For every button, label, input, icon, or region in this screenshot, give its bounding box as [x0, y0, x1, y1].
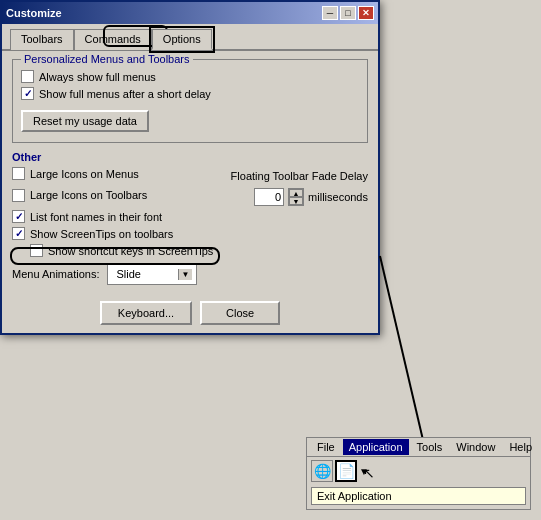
show-screentips-label: Show ScreenTips on toolbars — [30, 228, 173, 240]
dialog-title: Customize — [6, 7, 62, 19]
personalized-group-content: Always show full menus Show full menus a… — [21, 70, 359, 134]
menu-animations-value: Slide — [112, 266, 177, 282]
reset-usage-button[interactable]: Reset my usage data — [21, 110, 149, 132]
menu-window[interactable]: Window — [450, 439, 501, 455]
large-icons-menus-label: Large Icons on Menus — [30, 168, 139, 180]
large-icons-toolbars-label: Large Icons on Toolbars — [30, 189, 147, 201]
menu-tools[interactable]: Tools — [411, 439, 449, 455]
large-icons-menus-row: Large Icons on Menus Floating Toolbar Fa… — [12, 167, 368, 184]
customize-dialog: Customize ─ □ ✕ Toolbars Commands Option… — [0, 0, 380, 335]
show-screentips-row: Show ScreenTips on toolbars — [12, 227, 368, 240]
dropdown-indicator[interactable]: ▼ — [359, 466, 369, 477]
title-bar-controls: ─ □ ✕ — [322, 6, 374, 20]
menu-application[interactable]: Application — [343, 439, 409, 455]
fade-delay-input[interactable] — [254, 188, 284, 206]
tabs-container: Toolbars Commands Options — [2, 24, 378, 51]
fade-delay-spinner: ▲ ▼ — [288, 188, 304, 206]
list-font-names-checkbox[interactable] — [12, 210, 25, 223]
show-shortcut-keys-row: Show shortcut keys in ScreenTips — [12, 244, 368, 257]
always-full-menus-checkbox[interactable] — [21, 70, 34, 83]
large-icons-toolbars-checkbox-row: Large Icons on Toolbars — [12, 189, 254, 202]
personalized-group-title: Personalized Menus and Toolbars — [21, 53, 193, 65]
large-icons-menus-checkbox-row: Large Icons on Menus — [12, 167, 231, 180]
dialog-content: Personalized Menus and Toolbars Always s… — [2, 51, 378, 295]
close-dialog-button[interactable]: Close — [200, 301, 280, 325]
spinner-down-button[interactable]: ▼ — [289, 197, 303, 205]
tab-toolbars[interactable]: Toolbars — [10, 29, 74, 50]
other-section: Other Large Icons on Menus Floating Tool… — [12, 151, 368, 285]
reset-btn-container: Reset my usage data — [21, 104, 359, 134]
toolbar-panel: File Application Tools Window Help 🌐 📄 ▼… — [306, 437, 531, 510]
large-icons-menus-checkbox[interactable] — [12, 167, 25, 180]
show-shortcut-keys-checkbox[interactable] — [30, 244, 43, 257]
full-menus-delay-checkbox[interactable] — [21, 87, 34, 100]
floating-toolbar-label: Floating Toolbar Fade Delay — [231, 170, 368, 182]
toolbar-menubar: File Application Tools Window Help — [307, 438, 530, 457]
show-shortcut-keys-label: Show shortcut keys in ScreenTips — [48, 245, 213, 257]
other-section-title: Other — [12, 151, 368, 163]
full-menus-delay-row: Show full menus after a short delay — [21, 87, 359, 100]
menu-animations-label: Menu Animations: — [12, 268, 99, 280]
toolbar-icons: 🌐 📄 ▼ ↖ — [307, 457, 530, 485]
minimize-button[interactable]: ─ — [322, 6, 338, 20]
restore-button[interactable]: □ — [340, 6, 356, 20]
floating-toolbar-col: Floating Toolbar Fade Delay — [231, 170, 368, 182]
left-col-2: Large Icons on Toolbars — [12, 189, 254, 206]
menu-file[interactable]: File — [311, 439, 341, 455]
menu-animations-row: Menu Animations: Slide ▼ — [12, 263, 368, 285]
exit-application-tooltip: Exit Application — [311, 487, 526, 505]
show-screentips-checkbox[interactable] — [12, 227, 25, 240]
globe-icon[interactable]: 🌐 — [311, 460, 333, 482]
spinner-row: ▲ ▼ milliseconds — [254, 188, 368, 206]
keyboard-button[interactable]: Keyboard... — [100, 301, 192, 325]
personalized-group: Personalized Menus and Toolbars Always s… — [12, 59, 368, 143]
left-col-1: Large Icons on Menus — [12, 167, 231, 184]
menu-animations-select[interactable]: Slide ▼ — [107, 263, 197, 285]
full-menus-delay-label: Show full menus after a short delay — [39, 88, 211, 100]
tab-commands[interactable]: Commands — [74, 29, 152, 50]
large-icons-toolbars-row: Large Icons on Toolbars ▲ ▼ milliseconds — [12, 188, 368, 206]
title-bar: Customize ─ □ ✕ — [2, 2, 378, 24]
bottom-buttons: Keyboard... Close — [2, 295, 378, 333]
list-font-names-label: List font names in their font — [30, 211, 162, 223]
milliseconds-label: milliseconds — [308, 191, 368, 203]
menu-help[interactable]: Help — [503, 439, 538, 455]
tab-options[interactable]: Options — [152, 29, 212, 50]
menu-animations-dropdown-arrow[interactable]: ▼ — [178, 269, 193, 280]
always-full-menus-label: Always show full menus — [39, 71, 156, 83]
new-doc-icon[interactable]: 📄 — [335, 460, 357, 482]
spinner-up-button[interactable]: ▲ — [289, 189, 303, 197]
close-button[interactable]: ✕ — [358, 6, 374, 20]
list-font-names-row: List font names in their font — [12, 210, 368, 223]
large-icons-toolbars-checkbox[interactable] — [12, 189, 25, 202]
always-full-menus-row: Always show full menus — [21, 70, 359, 83]
